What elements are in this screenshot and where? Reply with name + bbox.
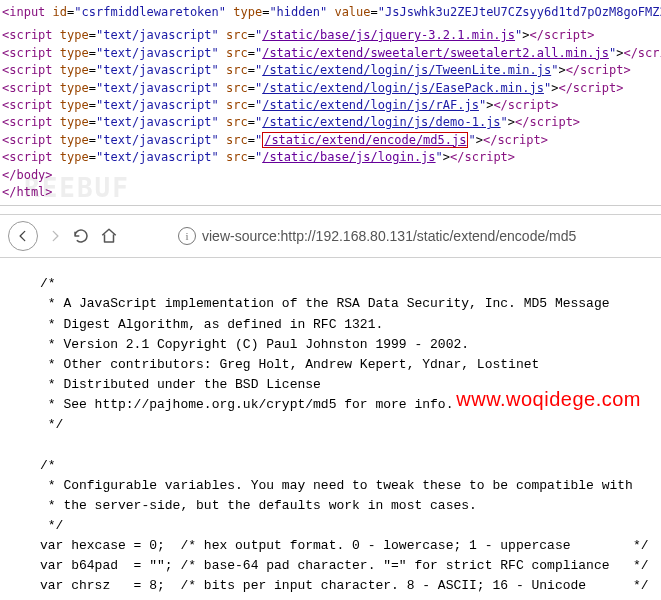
source-link[interactable]: /static/extend/login/js/demo-1.js bbox=[262, 115, 500, 129]
source-line-html-close: </html> bbox=[2, 184, 659, 201]
code-line: * Distributed under the BSD License bbox=[40, 375, 653, 395]
source-line-script: <script type="text/javascript" src="/sta… bbox=[2, 80, 659, 97]
source-link[interactable]: /static/extend/login/js/TweenLite.min.js bbox=[262, 63, 551, 77]
source-line-body-close: </body> bbox=[2, 167, 659, 184]
source-line-script: <script type="text/javascript" src="/sta… bbox=[2, 45, 659, 62]
attr-value: value bbox=[334, 5, 370, 19]
attr-val-id: "csrfmiddlewaretoken" bbox=[74, 5, 226, 19]
lower-source-panel: www.woqidege.com /* * A JavaScript imple… bbox=[0, 258, 661, 600]
code-line: var chrsz = 8; /* bits per input charact… bbox=[40, 576, 653, 596]
source-line-script: <script type="text/javascript" src="/sta… bbox=[2, 149, 659, 166]
source-link[interactable]: /static/extend/encode/md5.js bbox=[262, 132, 468, 148]
code-line: * the server-side, but the defaults work… bbox=[40, 496, 653, 516]
code-line: var hexcase = 0; /* hex output format. 0… bbox=[40, 536, 653, 556]
upper-source-panel: REEBUF <input id="csrfmiddlewaretoken" t… bbox=[0, 0, 661, 206]
forward-button[interactable] bbox=[48, 229, 62, 243]
info-icon[interactable]: i bbox=[178, 227, 196, 245]
source-line-script: <script type="text/javascript" src="/sta… bbox=[2, 62, 659, 79]
code-line: * Version 2.1 Copyright (C) Paul Johnsto… bbox=[40, 335, 653, 355]
nav-button-group bbox=[8, 221, 118, 251]
source-link[interactable]: /static/base/js/login.js bbox=[262, 150, 435, 164]
code-line: * Other contributors: Greg Holt, Andrew … bbox=[40, 355, 653, 375]
url-bar[interactable]: i view-source:http://192.168.80.131/stat… bbox=[178, 227, 653, 245]
back-button[interactable] bbox=[8, 221, 38, 251]
tag-open: <input bbox=[2, 5, 45, 19]
arrow-right-icon bbox=[48, 229, 62, 243]
home-button[interactable] bbox=[100, 227, 118, 245]
code-line: */ bbox=[40, 516, 653, 536]
home-icon bbox=[100, 227, 118, 245]
code-line bbox=[40, 597, 653, 600]
code-line: * Digest Algorithm, as defined in RFC 13… bbox=[40, 315, 653, 335]
source-line-input: <input id="csrfmiddlewaretoken" type="hi… bbox=[2, 4, 659, 21]
source-line-script: <script type="text/javascript" src="/sta… bbox=[2, 27, 659, 44]
code-line: var b64pad = ""; /* base-64 pad characte… bbox=[40, 556, 653, 576]
source-link[interactable]: /static/extend/sweetalert/sweetalert2.al… bbox=[262, 46, 609, 60]
code-line: /* bbox=[40, 456, 653, 476]
code-line: */ bbox=[40, 415, 653, 435]
source-line-script: <script type="text/javascript" src="/sta… bbox=[2, 132, 659, 149]
attr-id: id bbox=[53, 5, 67, 19]
source-link[interactable]: /static/extend/login/js/EasePack.min.js bbox=[262, 81, 544, 95]
browser-nav-bar: i view-source:http://192.168.80.131/stat… bbox=[0, 214, 661, 258]
code-line: * Configurable variables. You may need t… bbox=[40, 476, 653, 496]
attr-type: type bbox=[233, 5, 262, 19]
arrow-left-icon bbox=[16, 229, 30, 243]
reload-button[interactable] bbox=[72, 227, 90, 245]
source-link[interactable]: /static/extend/login/js/rAF.js bbox=[262, 98, 479, 112]
code-line: * See http://pajhome.org.uk/crypt/md5 fo… bbox=[40, 395, 653, 415]
attr-val-type: "hidden" bbox=[269, 5, 327, 19]
attr-val-value: "JsJswhk3u2ZEJteU7CZsyy6d1td7pOzM8goFMZ2… bbox=[378, 5, 661, 19]
source-line-script: <script type="text/javascript" src="/sta… bbox=[2, 114, 659, 131]
code-line: /* bbox=[40, 274, 653, 294]
source-line-script: <script type="text/javascript" src="/sta… bbox=[2, 97, 659, 114]
url-text: view-source:http://192.168.80.131/static… bbox=[202, 228, 576, 244]
code-line bbox=[40, 435, 653, 455]
reload-icon bbox=[72, 227, 90, 245]
code-line: * A JavaScript implementation of the RSA… bbox=[40, 294, 653, 314]
source-link[interactable]: /static/base/js/jquery-3.2.1.min.js bbox=[262, 28, 515, 42]
